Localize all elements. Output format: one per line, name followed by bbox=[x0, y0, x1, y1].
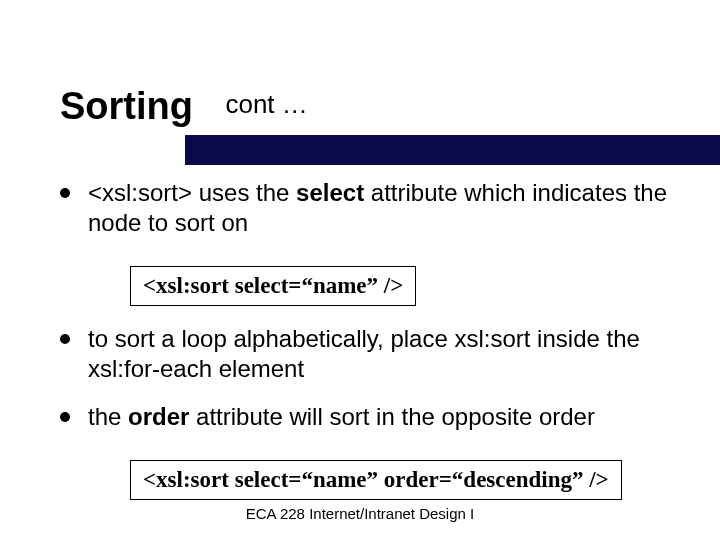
bullet-bold: order bbox=[128, 403, 189, 430]
code-example-1: <xsl:sort select=“name” /> bbox=[130, 266, 416, 306]
bullet-dot-icon bbox=[60, 188, 70, 198]
bullet-pre: the bbox=[88, 403, 128, 430]
title-bar: Sorting cont … bbox=[60, 85, 670, 128]
content-area: <xsl:sort> uses the select attribute whi… bbox=[60, 178, 670, 500]
slide-footer: ECA 228 Internet/Intranet Design I bbox=[0, 505, 720, 522]
slide-title: Sorting bbox=[60, 85, 193, 128]
bullet-text: <xsl:sort> uses the select attribute whi… bbox=[88, 178, 670, 238]
slide: Sorting cont … <xsl:sort> uses the selec… bbox=[0, 0, 720, 540]
bullet-item: <xsl:sort> uses the select attribute whi… bbox=[60, 178, 670, 238]
bullet-post: attribute will sort in the opposite orde… bbox=[189, 403, 595, 430]
bullet-pre: to sort a loop alphabetically, place xsl… bbox=[88, 325, 640, 382]
code-example-2: <xsl:sort select=“name” order=“descendin… bbox=[130, 460, 622, 500]
bullet-text: to sort a loop alphabetically, place xsl… bbox=[88, 324, 670, 384]
bullet-pre: <xsl:sort> uses the bbox=[88, 179, 296, 206]
bullet-item: to sort a loop alphabetically, place xsl… bbox=[60, 324, 670, 384]
bullet-bold: select bbox=[296, 179, 364, 206]
bullet-dot-icon bbox=[60, 334, 70, 344]
bullet-item: the order attribute will sort in the opp… bbox=[60, 402, 670, 432]
bullet-text: the order attribute will sort in the opp… bbox=[88, 402, 670, 432]
slide-subtitle: cont … bbox=[225, 89, 307, 120]
title-underline-bar bbox=[185, 135, 720, 165]
bullet-dot-icon bbox=[60, 412, 70, 422]
